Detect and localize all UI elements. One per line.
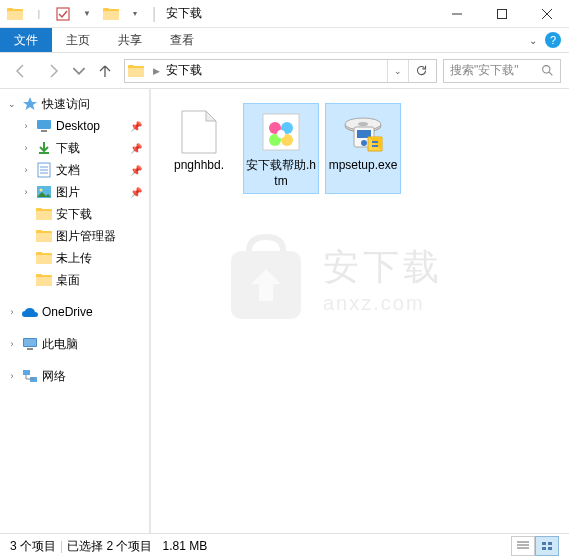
svg-rect-8 xyxy=(497,9,506,18)
svg-rect-58 xyxy=(372,141,378,143)
breadcrumb-sep-icon[interactable]: ▶ xyxy=(149,66,164,76)
sidebar-quickaccess[interactable]: ⌄ 快速访问 xyxy=(0,93,150,115)
sidebar-label: 安下载 xyxy=(56,206,92,223)
sidebar-item-downloads[interactable]: › 下载 📌 xyxy=(0,137,150,159)
properties-icon[interactable] xyxy=(52,3,74,25)
svg-point-14 xyxy=(543,66,550,73)
expand-icon[interactable]: › xyxy=(20,143,32,153)
sidebar-item-desktop[interactable]: › Desktop 📌 xyxy=(0,115,150,137)
sidebar-item-pictures[interactable]: › 图片 📌 xyxy=(0,181,150,203)
address-dropdown-icon[interactable]: ⌄ xyxy=(387,60,408,82)
folder-icon xyxy=(100,3,122,25)
svg-rect-3 xyxy=(57,8,69,20)
folder-icon xyxy=(127,62,145,80)
folder-icon xyxy=(35,271,53,289)
htm-file-icon xyxy=(257,108,305,156)
watermark-text: 安下载 xyxy=(323,243,443,292)
qat-dropdown-icon[interactable]: ▼ xyxy=(76,3,98,25)
svg-rect-2 xyxy=(7,8,13,11)
status-count: 3 个项目 xyxy=(10,538,56,555)
sidebar-label: 图片管理器 xyxy=(56,228,116,245)
pin-icon: 📌 xyxy=(130,121,142,132)
file-label: mpsetup.exe xyxy=(329,158,398,174)
sidebar-label: 网络 xyxy=(42,368,66,385)
forward-button[interactable] xyxy=(40,58,66,84)
sidebar-network[interactable]: › 网络 xyxy=(0,365,150,387)
sidebar-onedrive[interactable]: › OneDrive xyxy=(0,301,150,323)
breadcrumb-item[interactable]: 安下载 xyxy=(164,62,204,79)
sidebar-label: 图片 xyxy=(56,184,80,201)
computer-icon xyxy=(21,335,39,353)
svg-rect-6 xyxy=(103,8,109,11)
up-button[interactable] xyxy=(92,58,118,84)
close-button[interactable] xyxy=(524,0,569,28)
network-icon xyxy=(21,367,39,385)
navigation-pane[interactable]: ⌄ 快速访问 › Desktop 📌 › 下载 📌 › 文档 📌 › xyxy=(0,89,151,533)
svg-rect-30 xyxy=(36,233,52,242)
sidebar-label: OneDrive xyxy=(42,305,93,319)
sidebar-label: Desktop xyxy=(56,119,100,133)
sidebar-label: 此电脑 xyxy=(42,336,78,353)
expand-icon[interactable]: › xyxy=(6,339,18,349)
svg-point-54 xyxy=(358,122,368,126)
status-selected: 已选择 2 个项目 xyxy=(67,538,152,555)
svg-rect-12 xyxy=(128,68,144,77)
svg-rect-65 xyxy=(548,542,552,545)
expand-icon[interactable]: › xyxy=(20,121,32,131)
file-list: pnghhbd. 安下载帮助.htm xyxy=(161,103,559,194)
svg-point-57 xyxy=(361,140,367,146)
desktop-icon xyxy=(35,117,53,135)
ribbon-tab-file[interactable]: 文件 xyxy=(0,28,52,52)
file-view[interactable]: pnghhbd. 安下载帮助.htm xyxy=(151,89,569,533)
sidebar-label: 桌面 xyxy=(56,272,80,289)
search-input[interactable]: 搜索"安下载" xyxy=(443,59,561,83)
ribbon-tab-view[interactable]: 查看 xyxy=(156,28,208,52)
sidebar-item-folder[interactable]: 未上传 xyxy=(0,247,150,269)
expand-icon[interactable]: › xyxy=(20,187,32,197)
search-placeholder: 搜索"安下载" xyxy=(450,62,519,79)
title-bar: | ▼ ▾ | 安下载 xyxy=(0,0,569,28)
icons-view-button[interactable] xyxy=(535,536,559,556)
view-switcher xyxy=(511,536,559,556)
qat-dropdown-icon[interactable]: ▾ xyxy=(124,3,146,25)
expand-icon[interactable]: › xyxy=(20,165,32,175)
expand-icon[interactable]: › xyxy=(6,371,18,381)
refresh-button[interactable] xyxy=(408,60,434,82)
back-button[interactable] xyxy=(8,58,34,84)
sidebar-item-folder[interactable]: 图片管理器 xyxy=(0,225,150,247)
quickaccess-icon xyxy=(21,95,39,113)
ribbon: 文件 主页 共享 查看 ⌄ ? xyxy=(0,28,569,53)
svg-line-15 xyxy=(549,72,552,75)
svg-rect-64 xyxy=(542,542,546,545)
sidebar-item-documents[interactable]: › 文档 📌 xyxy=(0,159,150,181)
svg-rect-28 xyxy=(36,208,42,211)
recent-dropdown-icon[interactable] xyxy=(72,58,86,84)
sidebar-item-folder[interactable]: 安下载 xyxy=(0,203,150,225)
ribbon-expand-icon[interactable]: ⌄ xyxy=(529,35,537,46)
svg-rect-13 xyxy=(128,65,134,68)
svg-rect-37 xyxy=(36,274,42,277)
ribbon-tab-home[interactable]: 主页 xyxy=(52,28,104,52)
maximize-button[interactable] xyxy=(479,0,524,28)
file-item[interactable]: pnghhbd. xyxy=(161,103,237,194)
file-item[interactable]: 安下载帮助.htm xyxy=(243,103,319,194)
details-view-button[interactable] xyxy=(511,536,535,556)
svg-rect-67 xyxy=(548,547,552,550)
pin-icon: 📌 xyxy=(130,143,142,154)
folder-icon xyxy=(35,249,53,267)
quick-access-toolbar: | ▼ ▾ xyxy=(0,3,150,25)
pictures-icon xyxy=(35,183,53,201)
minimize-button[interactable] xyxy=(434,0,479,28)
svg-rect-36 xyxy=(36,277,52,286)
svg-rect-40 xyxy=(27,348,33,350)
help-icon[interactable]: ? xyxy=(545,32,561,48)
address-box[interactable]: ▶ 安下载 ⌄ xyxy=(124,59,437,83)
file-item[interactable]: mpsetup.exe xyxy=(325,103,401,194)
sidebar-thispc[interactable]: › 此电脑 xyxy=(0,333,150,355)
downloads-icon xyxy=(35,139,53,157)
expand-icon[interactable]: › xyxy=(6,307,18,317)
status-size: 1.81 MB xyxy=(162,539,207,553)
expand-icon[interactable]: ⌄ xyxy=(6,99,18,109)
ribbon-tab-share[interactable]: 共享 xyxy=(104,28,156,52)
sidebar-item-folder[interactable]: 桌面 xyxy=(0,269,150,291)
